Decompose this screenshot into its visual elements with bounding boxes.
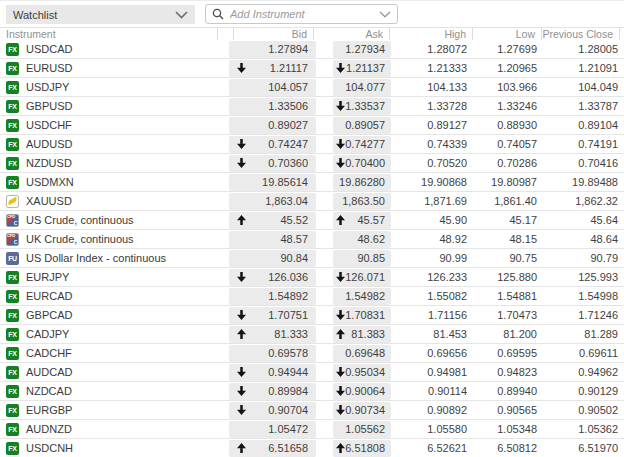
high-cell: 1,871.69 xyxy=(391,192,473,210)
fx-icon: FX xyxy=(6,119,19,132)
instrument-cell: FX USDCNH xyxy=(0,439,229,457)
ask-cell[interactable]: 1.21137 xyxy=(333,60,391,77)
column-header-instrument[interactable]: Instrument xyxy=(0,28,218,40)
ask-cell[interactable]: 1.70831 xyxy=(333,307,391,324)
bid-cell[interactable]: 1.33506 xyxy=(229,98,316,115)
bid-cell[interactable]: 0.94944 xyxy=(229,364,316,381)
bid-cell[interactable]: 1.70751 xyxy=(229,307,316,324)
prev-close-cell: 45.64 xyxy=(543,211,624,229)
table-row[interactable]: XAUUSD 1,863.04 1,863.50 1,871.69 1,861.… xyxy=(0,192,624,211)
bid-cell[interactable]: 0.74247 xyxy=(229,136,316,153)
ask-column: 0.69648 xyxy=(333,344,391,362)
table-row[interactable]: CFDC US Crude, continuous 45.52 45.57 45… xyxy=(0,211,624,230)
prev-close-cell: 0.89104 xyxy=(543,116,624,134)
ask-cell[interactable]: 0.69648 xyxy=(333,345,391,362)
bid-cell[interactable]: 81.333 xyxy=(229,326,316,343)
bid-cell[interactable]: 0.90704 xyxy=(229,402,316,419)
bid-cell[interactable]: 1.21117 xyxy=(229,60,316,77)
high-cell: 1.71156 xyxy=(391,306,473,324)
ask-cell[interactable]: 1.27934 xyxy=(333,41,391,58)
table-row[interactable]: FX EURGBP 0.90704 0.90734 0.90892 0.9056… xyxy=(0,401,624,420)
add-instrument-input[interactable] xyxy=(228,7,375,21)
table-row[interactable]: FX NZDCAD 0.89984 0.90064 0.90114 0.8994… xyxy=(0,382,624,401)
bid-cell[interactable]: 104.057 xyxy=(229,79,316,96)
bid-cell[interactable]: 0.69578 xyxy=(229,345,316,362)
ask-cell[interactable]: 90.85 xyxy=(333,250,391,267)
prev-close-cell: 0.69611 xyxy=(543,344,624,362)
add-instrument-search[interactable] xyxy=(205,4,398,24)
bid-cell[interactable]: 0.89027 xyxy=(229,117,316,134)
column-header-low[interactable]: Low xyxy=(473,28,542,40)
column-header-ask[interactable]: Ask xyxy=(314,28,390,40)
table-row[interactable]: FX AUDUSD 0.74247 0.74277 0.74339 0.7405… xyxy=(0,135,624,154)
table-row[interactable]: FX GBPCAD 1.70751 1.70831 1.71156 1.7047… xyxy=(0,306,624,325)
ask-cell[interactable]: 0.90734 xyxy=(333,402,391,419)
ask-cell[interactable]: 48.62 xyxy=(333,231,391,248)
bid-value: 0.89984 xyxy=(268,385,308,397)
ask-cell[interactable]: 1.54982 xyxy=(333,288,391,305)
column-spacer xyxy=(316,135,333,153)
prev-close-cell: 1.33787 xyxy=(543,97,624,115)
low-cell: 48.15 xyxy=(473,230,543,248)
table-row[interactable]: FX AUDCAD 0.94944 0.95034 0.94981 0.9482… xyxy=(0,363,624,382)
prev-close-cell: 1.21091 xyxy=(543,59,624,77)
table-row[interactable]: FX USDCNH 6.51658 6.51808 6.52621 6.5081… xyxy=(0,439,624,457)
bid-cell[interactable]: 1.54892 xyxy=(229,288,316,305)
ask-cell[interactable]: 0.89057 xyxy=(333,117,391,134)
ask-cell[interactable]: 0.95034 xyxy=(333,364,391,381)
table-row[interactable]: FX GBPUSD 1.33506 1.33537 1.33728 1.3324… xyxy=(0,97,624,116)
ask-cell[interactable]: 19.86280 xyxy=(333,174,391,191)
column-header-high[interactable]: High xyxy=(390,28,473,40)
ask-cell[interactable]: 1,863.50 xyxy=(333,193,391,210)
chevron-down-icon[interactable] xyxy=(379,11,391,18)
bid-cell[interactable]: 0.89984 xyxy=(229,383,316,400)
ask-cell[interactable]: 104.077 xyxy=(333,79,391,96)
table-row[interactable]: FX USDJPY 104.057 104.077 104.133 103.96… xyxy=(0,78,624,97)
table-row[interactable]: FU US Dollar Index - continuous 90.84 90… xyxy=(0,249,624,268)
column-spacer xyxy=(316,439,333,457)
ask-cell[interactable]: 1.33537 xyxy=(333,98,391,115)
bid-cell[interactable]: 1.05472 xyxy=(229,421,316,438)
table-row[interactable]: FX USDCAD 1.27894 1.27934 1.28072 1.2769… xyxy=(0,40,624,59)
ask-cell[interactable]: 81.383 xyxy=(333,326,391,343)
table-row[interactable]: CFDC UK Crude, continuous 48.57 48.62 48… xyxy=(0,230,624,249)
ask-cell[interactable]: 0.74277 xyxy=(333,136,391,153)
bid-cell[interactable]: 45.52 xyxy=(229,212,316,229)
bid-cell[interactable]: 126.036 xyxy=(229,269,316,286)
table-row[interactable]: FX NZDUSD 0.70360 0.70400 0.70520 0.7028… xyxy=(0,154,624,173)
ask-cell[interactable]: 45.57 xyxy=(333,212,391,229)
table-row[interactable]: FX USDCHF 0.89027 0.89057 0.89127 0.8893… xyxy=(0,116,624,135)
ask-cell[interactable]: 1.05562 xyxy=(333,421,391,438)
bid-cell[interactable]: 6.51658 xyxy=(229,440,316,457)
bid-cell[interactable]: 0.70360 xyxy=(229,155,316,172)
watchlist-dropdown[interactable]: Watchlist xyxy=(6,5,195,24)
bid-column: 0.70360 xyxy=(229,154,316,172)
low-cell: 0.94823 xyxy=(473,363,543,381)
table-row[interactable]: FX CADJPY 81.333 81.383 81.453 81.200 81… xyxy=(0,325,624,344)
bid-cell[interactable]: 1.27894 xyxy=(229,41,316,58)
column-spacer xyxy=(316,211,333,229)
bid-cell[interactable]: 48.57 xyxy=(229,231,316,248)
table-row[interactable]: FX CADCHF 0.69578 0.69648 0.69656 0.6959… xyxy=(0,344,624,363)
table-row[interactable]: FX EURJPY 126.036 126.071 126.233 125.88… xyxy=(0,268,624,287)
low-cell: 1.20965 xyxy=(473,59,543,77)
table-row[interactable]: FX EURUSD 1.21117 1.21137 1.21333 1.2096… xyxy=(0,59,624,78)
ask-cell[interactable]: 6.51808 xyxy=(333,440,391,457)
column-spacer xyxy=(316,325,333,343)
column-spacer xyxy=(316,192,333,210)
bid-cell[interactable]: 19.85614 xyxy=(229,174,316,191)
column-spacer xyxy=(316,306,333,324)
table-row[interactable]: FX EURCAD 1.54892 1.54982 1.55082 1.5488… xyxy=(0,287,624,306)
ask-cell[interactable]: 126.071 xyxy=(333,269,391,286)
table-row[interactable]: FX AUDNZD 1.05472 1.05562 1.05580 1.0534… xyxy=(0,420,624,439)
ask-cell[interactable]: 0.90064 xyxy=(333,383,391,400)
ask-cell[interactable]: 0.70400 xyxy=(333,155,391,172)
bid-cell[interactable]: 1,863.04 xyxy=(229,193,316,210)
instrument-name: CADJPY xyxy=(26,328,69,340)
bid-cell[interactable]: 90.84 xyxy=(229,250,316,267)
column-spacer xyxy=(316,249,333,267)
column-header-previous-close[interactable]: Previous Close xyxy=(542,28,620,40)
column-spacer xyxy=(316,287,333,305)
column-header-bid[interactable]: Bid xyxy=(234,28,314,40)
table-row[interactable]: FX USDMXN 19.85614 19.86280 19.90868 19.… xyxy=(0,173,624,192)
